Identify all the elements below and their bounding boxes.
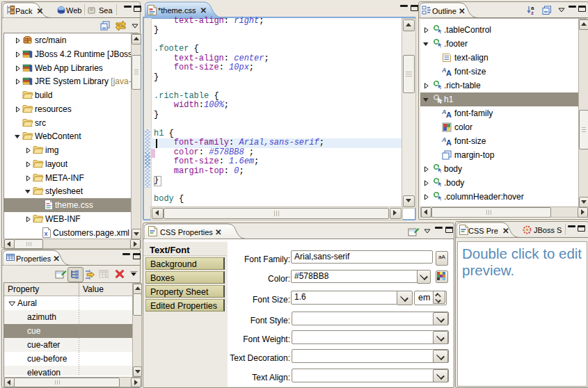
svg-text:x: x bbox=[45, 230, 48, 237]
svg-text:A: A bbox=[446, 69, 452, 76]
svg-text:A: A bbox=[446, 138, 452, 146]
svg-text:z: z bbox=[531, 10, 534, 15]
svg-text:A: A bbox=[446, 111, 452, 118]
